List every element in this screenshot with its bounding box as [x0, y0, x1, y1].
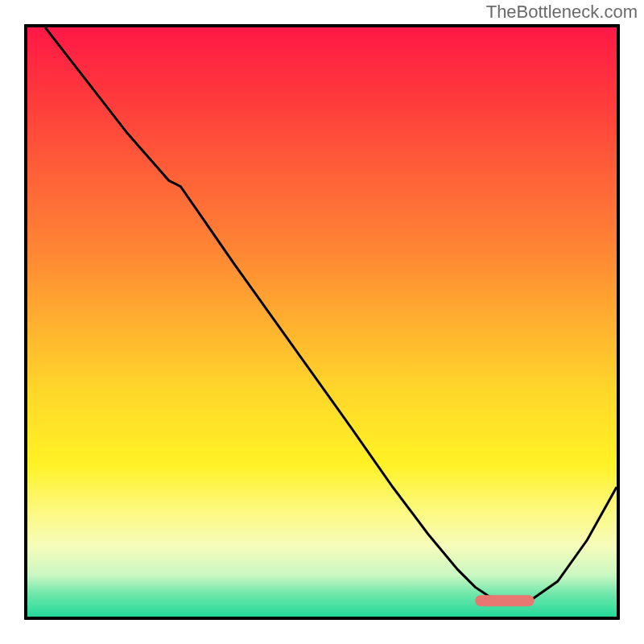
- watermark-text: TheBottleneck.com: [486, 2, 638, 23]
- gradient-background: [27, 27, 617, 617]
- chart-container: TheBottleneck.com: [0, 0, 644, 644]
- optimal-zone-marker: [475, 595, 534, 606]
- plot-area: [24, 24, 620, 620]
- chart-svg: [27, 27, 617, 617]
